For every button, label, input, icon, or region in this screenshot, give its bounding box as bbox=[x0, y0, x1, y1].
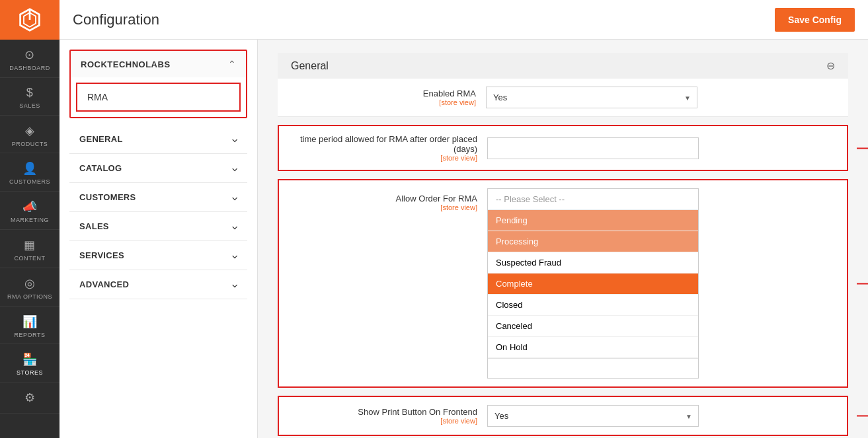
enabled-rma-select[interactable]: Yes No bbox=[486, 87, 697, 108]
sidebar-item-label: SALES bbox=[19, 102, 40, 110]
nav-section-sales-label: SALES bbox=[79, 221, 109, 231]
sidebar-item-stores[interactable]: 🏪 STORES bbox=[0, 344, 59, 383]
nav-section-services-label: SERVICES bbox=[79, 250, 124, 260]
annotation-2: 2 bbox=[857, 279, 868, 289]
chevron-up-icon: ⌃ bbox=[228, 59, 236, 69]
top-header: Configuration Save Config bbox=[59, 0, 868, 40]
sidebar-item-label: STORES bbox=[17, 369, 43, 377]
sidebar-item-label: CONTENT bbox=[15, 255, 46, 262]
listbox-option-on-hold[interactable]: On Hold bbox=[488, 337, 698, 358]
main-area: Configuration Save Config ROCKTECHNOLABS… bbox=[59, 0, 868, 438]
nav-section-catalog-header[interactable]: CATALOG ⌵ bbox=[69, 154, 247, 182]
option-on-hold-label: On Hold bbox=[496, 342, 528, 352]
sales-icon: $ bbox=[26, 86, 34, 100]
rocktechnolabs-header[interactable]: ROCKTECHNOLABS ⌃ bbox=[71, 51, 246, 77]
listbox-option-suspected-fraud[interactable]: Suspected Fraud bbox=[488, 252, 698, 274]
sidebar-item-marketing[interactable]: 📣 MARKETING bbox=[0, 192, 59, 230]
sidebar-item-content[interactable]: ▦ CONTENT bbox=[0, 230, 59, 268]
sidebar-item-system[interactable]: ⚙ bbox=[0, 383, 59, 414]
option-canceled-label: Canceled bbox=[496, 321, 532, 331]
products-icon: ◈ bbox=[25, 124, 35, 138]
nav-section-advanced: ADVANCED ⌵ bbox=[69, 270, 247, 299]
sidebar-item-label: DASHBOARD bbox=[9, 65, 50, 72]
sidebar-item-reports[interactable]: 📊 REPORTS bbox=[0, 307, 59, 345]
listbox-option-closed[interactable]: Closed bbox=[488, 295, 698, 316]
time-period-label: time period allowed for RMA after order … bbox=[300, 134, 477, 154]
allow-order-rma-sublabel: [store view] bbox=[289, 203, 477, 211]
listbox-option-canceled[interactable]: Canceled bbox=[488, 316, 698, 337]
listbox-option-complete[interactable]: Complete bbox=[488, 274, 698, 295]
nav-section-advanced-header[interactable]: ADVANCED ⌵ bbox=[69, 270, 247, 299]
show-print-button-input-col: Yes No bbox=[487, 405, 837, 427]
show-print-button-select-wrapper: Yes No bbox=[487, 405, 699, 427]
nav-section-general: GENERAL ⌵ bbox=[69, 125, 247, 154]
collapse-icon[interactable]: ⊖ bbox=[826, 59, 835, 72]
nav-section-sales: SALES ⌵ bbox=[69, 212, 247, 241]
nav-section-sales-header[interactable]: SALES ⌵ bbox=[69, 212, 247, 240]
time-period-input-col bbox=[487, 137, 837, 159]
sidebar-logo[interactable] bbox=[0, 0, 59, 40]
marketing-icon: 📣 bbox=[22, 200, 38, 214]
show-print-button-label: Show Print Button On Frontend bbox=[358, 407, 477, 417]
show-print-button-highlighted-row: Show Print Button On Frontend [store vie… bbox=[278, 396, 848, 436]
chevron-down-icon: ⌵ bbox=[232, 221, 237, 231]
sidebar-item-products[interactable]: ◈ PRODUCTS bbox=[0, 116, 59, 154]
sidebar-item-rma[interactable]: ◎ RMA OPTIONS bbox=[0, 268, 59, 307]
time-period-input[interactable] bbox=[487, 137, 699, 159]
time-period-label-col: time period allowed for RMA after order … bbox=[289, 134, 487, 162]
chevron-down-icon: ⌵ bbox=[232, 163, 237, 173]
page-title: Configuration bbox=[73, 11, 159, 28]
enabled-rma-label: Enabled RMA bbox=[423, 89, 476, 98]
time-period-highlighted-row: time period allowed for RMA after order … bbox=[278, 125, 848, 171]
nav-section-customers-label: CUSTOMERS bbox=[79, 192, 136, 202]
nav-section-services: SERVICES ⌵ bbox=[69, 241, 247, 270]
listbox-option-processing[interactable]: Processing bbox=[488, 231, 698, 252]
magento-logo-icon bbox=[18, 8, 42, 32]
sidebar-item-label: CUSTOMERS bbox=[9, 178, 50, 186]
chevron-down-icon: ⌵ bbox=[232, 192, 237, 202]
nav-section-catalog-label: CATALOG bbox=[79, 163, 122, 173]
order-rma-listbox[interactable]: -- Please Select -- Pending Processing S… bbox=[487, 188, 699, 379]
sidebar-item-label: MARKETING bbox=[11, 217, 49, 224]
nav-section-general-header[interactable]: GENERAL ⌵ bbox=[69, 125, 247, 153]
rocktechnolabs-block: ROCKTECHNOLABS ⌃ RMA bbox=[69, 50, 247, 118]
enabled-rma-input-col: Yes No bbox=[486, 87, 838, 108]
option-complete-label: Complete bbox=[496, 279, 533, 289]
nav-section-customers-header[interactable]: CUSTOMERS ⌵ bbox=[69, 183, 247, 211]
allow-order-rma-label: Allow Order For RMA bbox=[395, 194, 477, 203]
rocktechnolabs-title: ROCKTECHNOLABS bbox=[81, 59, 171, 69]
option-pending-label: Pending bbox=[496, 215, 528, 225]
chevron-down-icon: ⌵ bbox=[232, 279, 237, 289]
chevron-down-icon: ⌵ bbox=[232, 134, 237, 144]
sidebar-item-label: PRODUCTS bbox=[12, 141, 48, 148]
nav-section-catalog: CATALOG ⌵ bbox=[69, 154, 247, 183]
stores-icon: 🏪 bbox=[22, 352, 38, 367]
sidebar-item-customers[interactable]: 👤 CUSTOMERS bbox=[0, 153, 59, 192]
nav-section-general-label: GENERAL bbox=[79, 134, 123, 144]
system-icon: ⚙ bbox=[24, 390, 36, 405]
rma-nav-item[interactable]: RMA bbox=[76, 83, 241, 112]
left-nav: ROCKTECHNOLABS ⌃ RMA GENERAL ⌵ CATALOG ⌵ bbox=[59, 40, 258, 438]
config-panel: General ⊖ Enabled RMA [store view] Yes N… bbox=[258, 40, 868, 438]
save-config-button[interactable]: Save Config bbox=[775, 8, 855, 32]
show-print-button-select[interactable]: Yes No bbox=[487, 405, 699, 427]
option-suspected-fraud-label: Suspected Fraud bbox=[496, 258, 561, 268]
general-section-header: General ⊖ bbox=[278, 53, 848, 79]
nav-section-services-header[interactable]: SERVICES ⌵ bbox=[69, 241, 247, 270]
enabled-rma-sublabel: [store view] bbox=[288, 98, 476, 106]
option-processing-label: Processing bbox=[496, 237, 538, 246]
enabled-rma-label-col: Enabled RMA [store view] bbox=[288, 89, 486, 106]
content-area: ROCKTECHNOLABS ⌃ RMA GENERAL ⌵ CATALOG ⌵ bbox=[59, 40, 868, 438]
option-closed-label: Closed bbox=[496, 300, 522, 310]
allow-order-rma-input-col: -- Please Select -- Pending Processing S… bbox=[487, 188, 837, 379]
allow-order-rma-highlighted-row: Allow Order For RMA [store view] -- Plea… bbox=[278, 179, 848, 388]
listbox-header: -- Please Select -- bbox=[488, 189, 698, 210]
chevron-down-icon: ⌵ bbox=[232, 250, 237, 260]
listbox-option-pending[interactable]: Pending bbox=[488, 210, 698, 231]
section-title: General bbox=[291, 60, 329, 72]
sidebar-item-dashboard[interactable]: ⊙ DASHBOARD bbox=[0, 40, 59, 78]
nav-section-customers: CUSTOMERS ⌵ bbox=[69, 183, 247, 212]
customers-icon: 👤 bbox=[22, 161, 38, 176]
sidebar-item-sales[interactable]: $ SALES bbox=[0, 78, 59, 116]
annotation-1: 1 bbox=[857, 143, 868, 153]
